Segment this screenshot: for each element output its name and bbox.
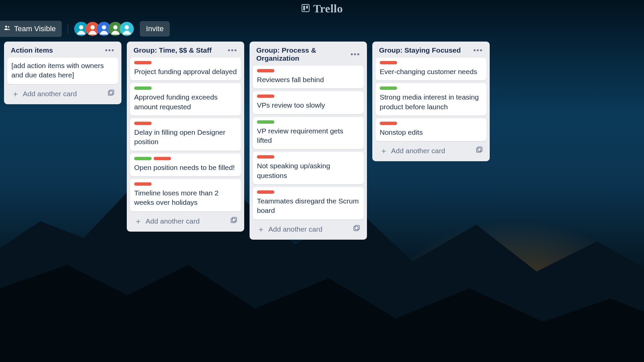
card-labels	[257, 155, 360, 159]
list-header: Group: Time, $$ & Staff•••	[130, 46, 241, 58]
add-card-label: Add another card	[391, 147, 445, 155]
list-footer: ＋Add another card	[7, 84, 118, 101]
card[interactable]: Project funding approval delayed	[130, 58, 241, 80]
label-red[interactable]	[154, 157, 171, 160]
label-red[interactable]	[257, 190, 274, 194]
brand-name: Trello	[313, 2, 343, 15]
card-labels	[257, 69, 360, 72]
list-title[interactable]: Action items	[11, 46, 53, 54]
card-template-button[interactable]	[352, 224, 362, 235]
card[interactable]: Timeline loses more than 2 weeks over ho…	[130, 179, 241, 212]
svg-point-4	[8, 26, 9, 27]
card[interactable]: Ever-changing customer needs	[376, 58, 486, 80]
card-title: Nonstop edits	[380, 128, 482, 137]
add-card-label: Add another card	[23, 90, 77, 98]
card-template-button[interactable]	[474, 145, 484, 157]
template-icon	[476, 146, 483, 155]
card[interactable]: Strong media interest in teasing product…	[376, 83, 486, 116]
card-labels	[134, 86, 237, 90]
card[interactable]: Teammates disregard the Scrum board	[253, 187, 364, 220]
plus-icon: ＋	[380, 147, 388, 155]
add-card-button[interactable]: ＋Add another card	[378, 145, 447, 156]
card-title: Ever-changing customer needs	[380, 67, 482, 76]
label-red[interactable]	[257, 95, 274, 98]
list-title[interactable]: Group: Process & Organization	[256, 46, 350, 62]
svg-rect-12	[231, 218, 235, 223]
list-header: Group: Staying Focused•••	[376, 46, 486, 58]
card-list: Project funding approval delayedApproved…	[130, 58, 241, 212]
svg-rect-2	[306, 6, 308, 9]
card[interactable]: VPs review too slowly	[253, 91, 364, 114]
plus-icon: ＋	[257, 225, 265, 233]
svg-rect-1	[303, 6, 305, 10]
label-green[interactable]	[134, 157, 152, 160]
card[interactable]: Open position needs to be filled!	[130, 154, 241, 176]
add-card-button[interactable]: ＋Add another card	[132, 216, 202, 227]
card[interactable]: Nonstop edits	[376, 118, 486, 141]
add-card-label: Add another card	[268, 225, 322, 233]
card-title: Reviewers fall behind	[257, 75, 360, 84]
card-list: [add action items with owners and due da…	[7, 58, 118, 84]
card-template-button[interactable]	[229, 216, 239, 227]
label-green[interactable]	[380, 86, 397, 90]
label-red[interactable]	[380, 122, 397, 125]
ellipsis-icon: •••	[105, 46, 115, 54]
invite-label: Invite	[146, 24, 164, 33]
label-red[interactable]	[134, 182, 152, 186]
label-red[interactable]	[257, 155, 274, 159]
plus-icon: ＋	[134, 217, 142, 225]
card-template-button[interactable]	[106, 88, 116, 100]
card[interactable]: Not speaking up/asking questions	[253, 152, 364, 184]
list-title[interactable]: Group: Time, $$ & Staff	[133, 46, 212, 54]
card[interactable]: Reviewers fall behind	[253, 66, 364, 88]
vertical-separator	[68, 24, 68, 34]
svg-rect-14	[354, 226, 358, 231]
list-footer: ＋Add another card	[130, 212, 241, 228]
add-card-button[interactable]: ＋Add another card	[255, 224, 324, 235]
label-green[interactable]	[134, 86, 152, 90]
card-title: Open position needs to be filled!	[134, 163, 237, 172]
ellipsis-icon: •••	[473, 46, 483, 54]
card-labels	[134, 122, 237, 125]
invite-button[interactable]: Invite	[140, 21, 170, 37]
label-red[interactable]	[134, 61, 152, 64]
add-card-label: Add another card	[146, 217, 200, 225]
avatar-person-icon	[120, 22, 133, 36]
card-labels	[257, 95, 360, 98]
svg-point-5	[79, 25, 84, 29]
svg-rect-15	[355, 225, 359, 230]
list-header: Action items•••	[7, 46, 118, 58]
add-card-button[interactable]: ＋Add another card	[9, 88, 79, 99]
ellipsis-icon: •••	[228, 46, 237, 54]
svg-point-8	[113, 25, 118, 29]
list: Action items•••[add action items with ow…	[4, 42, 121, 104]
list: Group: Staying Focused•••Ever-changing c…	[372, 42, 490, 161]
label-red[interactable]	[380, 61, 397, 64]
svg-point-7	[102, 25, 106, 29]
card[interactable]: VP review requirement gets lifted	[253, 117, 364, 149]
card[interactable]: Delay in filling open Designer position	[130, 118, 241, 151]
brand-logo[interactable]: Trello	[301, 2, 343, 15]
svg-rect-16	[477, 148, 481, 153]
svg-point-6	[91, 25, 95, 29]
card-labels	[257, 190, 360, 194]
card-labels	[380, 86, 482, 90]
template-icon	[107, 89, 115, 98]
label-red[interactable]	[134, 122, 152, 125]
template-icon	[353, 225, 360, 234]
card[interactable]: Approved funding exceeds amount requeste…	[130, 83, 241, 116]
card-title: [add action items with owners and due da…	[11, 61, 114, 80]
member-avatar[interactable]	[120, 22, 134, 36]
label-red[interactable]	[257, 69, 274, 72]
card-title: VPs review too slowly	[257, 101, 360, 110]
visibility-button[interactable]: Team Visible	[0, 21, 62, 37]
card[interactable]: [add action items with owners and due da…	[7, 58, 118, 84]
template-icon	[230, 217, 237, 226]
card-title: Delay in filling open Designer position	[134, 128, 237, 147]
svg-rect-0	[302, 4, 309, 12]
list-title[interactable]: Group: Staying Focused	[379, 46, 461, 54]
card-list: Ever-changing customer needsStrong media…	[376, 58, 486, 141]
board-canvas: Action items•••[add action items with ow…	[0, 42, 644, 240]
label-green[interactable]	[257, 120, 274, 124]
board-header: Team Visible Invite	[0, 17, 644, 42]
